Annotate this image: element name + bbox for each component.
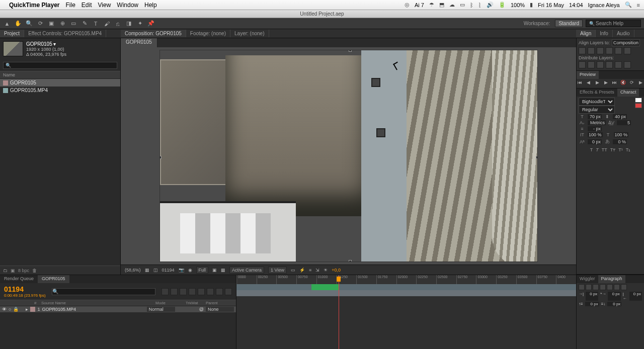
mask-icon[interactable]: ◫ [153, 268, 158, 273]
stroke-swatch[interactable] [635, 103, 642, 108]
project-item-comp[interactable]: GOPR0105 [0, 79, 120, 86]
adobe-badge[interactable]: Ai 7 [415, 2, 424, 8]
stroke-width-input[interactable]: - px [588, 126, 602, 131]
space-before-input[interactable]: 0 px [585, 302, 599, 306]
app-name[interactable]: QuickTime Player [9, 2, 60, 9]
layer-duration-bar[interactable] [236, 290, 576, 296]
selection-tool[interactable]: ▲ [3, 20, 11, 28]
rect-tool[interactable]: ▭ [69, 20, 77, 28]
comp-flow-icon[interactable]: ⇲ [315, 268, 319, 273]
transparency-icon[interactable]: ▩ [221, 268, 225, 273]
baseline-input[interactable]: 0 px [588, 139, 602, 144]
comp-viewer[interactable] [121, 47, 576, 265]
pan-behind-tool[interactable]: ⊕ [58, 20, 66, 28]
faux-italic-button[interactable]: T [596, 147, 599, 152]
dropbox-icon[interactable]: ⬒ [439, 2, 444, 8]
fast-preview-icon[interactable]: ⚡ [299, 268, 305, 273]
space-after-input[interactable]: 0 px [607, 302, 621, 306]
para-justify-left[interactable] [600, 284, 606, 290]
hand-tool[interactable]: ✋ [14, 20, 22, 28]
rotate-tool[interactable]: ⟳ [36, 20, 44, 28]
kerning-select[interactable]: Metrics [588, 120, 606, 125]
transform-handle[interactable] [349, 260, 352, 262]
work-area-in[interactable] [311, 284, 339, 290]
graph-editor-button[interactable] [225, 288, 232, 295]
project-comp-name[interactable]: GOPR0105 ▾ [26, 41, 66, 47]
battery-icon[interactable]: 🔋 [499, 2, 506, 8]
bluetooth-icon[interactable]: ᛒ [470, 2, 473, 8]
tsume-input[interactable]: 0 % [613, 139, 627, 144]
indent-first-input[interactable]: 0 px [608, 292, 620, 301]
para-justify-all[interactable] [621, 284, 627, 290]
para-align-right[interactable] [593, 284, 599, 290]
align-right-button[interactable] [597, 47, 604, 54]
leading-input[interactable]: 40 px [613, 114, 627, 119]
menu-file[interactable]: File [66, 2, 75, 9]
dist-top-button[interactable] [579, 61, 586, 68]
dist-left-button[interactable] [606, 61, 613, 68]
sync-icon[interactable]: ◎ [405, 2, 410, 8]
tab-timeline-comp[interactable]: GOPR0105 [38, 275, 69, 283]
user[interactable]: Ignace Aleya [588, 2, 620, 8]
indent-left-input[interactable]: 0 px [586, 292, 598, 301]
time-ruler[interactable]: 0000 00250 00500 00750 01000 01250 01500… [236, 275, 576, 285]
dist-vcenter-button[interactable] [588, 61, 595, 68]
volume-icon[interactable]: 🔊 [487, 2, 494, 8]
tab-paragraph[interactable]: Paragraph [598, 275, 625, 283]
current-frame[interactable]: 01194 [162, 268, 175, 273]
brush-tool[interactable]: 🖌 [103, 20, 111, 28]
bin-icon[interactable]: 🗀 [3, 268, 8, 273]
pickwhip-icon[interactable]: @ [199, 307, 204, 312]
tab-footage[interactable]: Footage: (none) [186, 30, 230, 37]
play-button[interactable]: ▶ [594, 80, 601, 87]
menu-view[interactable]: View [98, 2, 111, 9]
tab-project[interactable]: Project [0, 30, 24, 37]
pen-tool[interactable]: ✎ [80, 20, 89, 28]
new-comp-icon[interactable]: ▣ [11, 268, 15, 273]
font-style-select[interactable]: Regular [579, 106, 615, 114]
eraser-tool[interactable]: ◨ [125, 20, 133, 28]
auto-keyframe-button[interactable] [216, 288, 223, 295]
spotlight-icon[interactable]: 🔍 [625, 2, 632, 8]
umbrella-icon[interactable]: ☂ [429, 2, 434, 8]
draft3d-button[interactable] [171, 288, 178, 295]
roi-icon[interactable]: ▣ [212, 268, 217, 273]
faux-bold-button[interactable]: T [590, 147, 593, 152]
last-frame-button[interactable]: ⏭ [611, 80, 618, 87]
dist-bottom-button[interactable] [597, 61, 604, 68]
timeline-layer-row[interactable]: 👁 ○ 🔒 ▸ 1 GOPR0105.MP4 Normal @ None [0, 306, 236, 312]
type-tool[interactable]: T [92, 20, 100, 28]
timecode-frame[interactable]: 01194 [4, 285, 46, 293]
hscale-input[interactable]: 100 % [614, 132, 629, 137]
col-source[interactable]: Source Name [39, 301, 153, 305]
dist-right-button[interactable] [624, 61, 631, 68]
roto-tool[interactable]: ✦ [136, 20, 144, 28]
resolution-select[interactable]: Full [196, 267, 209, 274]
tab-render-queue[interactable]: Render Queue [0, 275, 38, 283]
frame-blend-button[interactable] [189, 288, 196, 295]
project-search[interactable]: 🔍 [3, 62, 117, 69]
para-align-left[interactable] [579, 284, 585, 290]
transform-handle[interactable] [159, 156, 162, 159]
comp-tab[interactable]: GOPR0105 [121, 38, 157, 47]
wifi-icon[interactable]: ⦚ [478, 2, 481, 8]
indent-right-input[interactable]: 0 px [629, 292, 642, 301]
dist-hcenter-button[interactable] [615, 61, 622, 68]
trash-icon[interactable]: 🗑 [32, 268, 37, 273]
prev-frame-button[interactable]: ◀ [585, 80, 592, 87]
footage-preview[interactable] [159, 50, 538, 262]
project-item-video[interactable]: GOPR0105.MP4 [0, 86, 120, 94]
superscript-button[interactable]: T¹ [618, 147, 623, 152]
tab-align[interactable]: Align [576, 30, 596, 37]
zoom-select[interactable]: (58,6%) [125, 268, 141, 273]
search-help[interactable]: Search Help [586, 20, 641, 27]
flag-icon[interactable]: ▮ [530, 2, 533, 8]
brainstorm-button[interactable] [207, 288, 214, 295]
layer-color-swatch[interactable] [30, 307, 35, 312]
camera-tool[interactable]: ▣ [47, 20, 55, 28]
motion-blur-button[interactable] [198, 288, 205, 295]
first-frame-button[interactable]: ⏮ [577, 80, 583, 87]
loop-button[interactable]: ⟳ [629, 80, 635, 87]
layer-name[interactable]: GOPR0105.MP4 [42, 307, 144, 312]
date[interactable]: Fri 16 May [538, 2, 564, 8]
